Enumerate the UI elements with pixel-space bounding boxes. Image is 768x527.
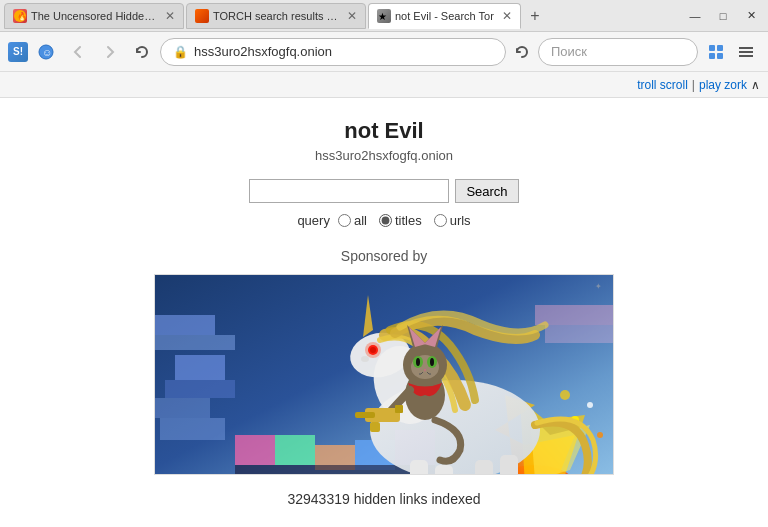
svg-point-34 [597,432,603,438]
address-bar[interactable]: 🔒 hss3uro2hsxfogfq.onion [160,38,506,66]
hamburger-icon [737,43,755,61]
close-button[interactable]: ✕ [738,6,764,26]
tab3-icon: ★ [377,9,391,23]
svg-rect-22 [275,435,315,465]
bookmark-separator: | [692,78,695,92]
back-button[interactable] [64,38,92,66]
svg-rect-21 [235,435,275,465]
svg-point-33 [560,390,570,400]
svg-text:✦: ✦ [595,282,602,291]
search-placeholder: Поиск [551,44,587,59]
minimize-button[interactable]: — [682,6,708,26]
nav-right-icons [702,38,760,66]
radio-urls-label: urls [450,213,471,228]
browser-search-bar[interactable]: Поиск [538,38,698,66]
svg-point-42 [361,356,369,362]
radio-group: all titles urls [338,213,471,228]
radio-urls-input[interactable] [434,214,447,227]
tab-bar: 🔥 The Uncensored Hidden ... ✕ TORCH sear… [4,3,682,29]
bookmarks-bar: troll scroll | play zork ∧ [0,72,768,98]
svg-rect-18 [160,418,225,440]
window-controls: — □ ✕ [682,6,764,26]
search-form: Search [249,179,518,203]
radio-titles[interactable]: titles [379,213,422,228]
svg-rect-63 [355,412,375,418]
search-input[interactable] [249,179,449,203]
indexed-count: 32943319 hidden links indexed [287,491,480,507]
svg-rect-44 [435,465,453,475]
extension-icon [707,43,725,61]
profile-button[interactable]: ☺ [32,38,60,66]
svg-rect-5 [709,45,715,51]
search-options: query all titles urls [297,213,470,228]
sponsor-illustration: ✦ [155,275,614,475]
svg-point-41 [365,342,381,358]
svg-rect-13 [155,315,215,335]
svg-rect-14 [155,335,235,350]
svg-rect-9 [739,47,753,49]
scroll-up-indicator: ∧ [751,78,760,92]
svg-text:★: ★ [378,11,387,22]
back-icon [71,45,85,59]
svg-rect-8 [717,53,723,59]
svg-text:🔥: 🔥 [17,11,27,21]
site-url: hss3uro2hsxfogfq.onion [315,148,453,163]
svg-rect-15 [175,355,225,380]
play-zork-link[interactable]: play zork [699,78,747,92]
reload-button[interactable] [128,38,156,66]
tab-notevil[interactable]: ★ not Evil - Search Tor ✕ [368,3,521,29]
svg-text:☺: ☺ [42,47,52,58]
svg-rect-45 [475,460,493,475]
svg-point-56 [416,358,420,366]
sponsor-image[interactable]: ✦ [154,274,614,475]
radio-urls[interactable]: urls [434,213,471,228]
page-content: not Evil hss3uro2hsxfogfq.onion Search q… [0,98,768,527]
tab3-close[interactable]: ✕ [502,9,512,23]
radio-titles-input[interactable] [379,214,392,227]
svg-rect-43 [410,460,428,475]
tab2-close[interactable]: ✕ [347,9,357,23]
lock-icon: 🔒 [173,45,188,59]
svg-rect-20 [545,325,614,343]
radio-all[interactable]: all [338,213,367,228]
svg-rect-46 [500,455,518,475]
svg-point-57 [430,358,434,366]
refresh-icon [515,45,529,59]
svg-rect-7 [709,53,715,59]
reload-icon [135,45,149,59]
troll-scroll-link[interactable]: troll scroll [637,78,688,92]
tab3-title: not Evil - Search Tor [395,10,494,22]
address-text: hss3uro2hsxfogfq.onion [194,44,332,59]
tab1-title: The Uncensored Hidden ... [31,10,157,22]
tab-uncensored[interactable]: 🔥 The Uncensored Hidden ... ✕ [4,3,184,29]
tab-torch[interactable]: TORCH search results for: ... ✕ [186,3,366,29]
browser-logo: S! [8,42,28,62]
menu-button[interactable] [732,38,760,66]
tab1-icon: 🔥 [13,9,27,23]
svg-rect-10 [739,51,753,53]
svg-rect-17 [155,398,210,418]
svg-rect-62 [395,405,403,413]
forward-icon [103,45,117,59]
forward-button[interactable] [96,38,124,66]
sponsored-label: Sponsored by [341,248,427,264]
extension-button[interactable] [702,38,730,66]
svg-rect-6 [717,45,723,51]
svg-rect-19 [535,305,614,325]
svg-rect-16 [165,380,235,398]
maximize-button[interactable]: □ [710,6,736,26]
tab1-close[interactable]: ✕ [165,9,175,23]
radio-titles-label: titles [395,213,422,228]
site-title: not Evil [344,118,423,144]
svg-rect-11 [739,55,753,57]
radio-all-input[interactable] [338,214,351,227]
query-label: query [297,213,330,228]
titlebar: 🔥 The Uncensored Hidden ... ✕ TORCH sear… [0,0,768,32]
search-button[interactable]: Search [455,179,518,203]
navigation-bar: S! ☺ 🔒 hss3uro2hsxfogfq.onion [0,32,768,72]
svg-point-32 [587,402,593,408]
svg-rect-61 [370,422,380,432]
refresh-button[interactable] [510,40,534,64]
profile-icon: ☺ [38,44,54,60]
new-tab-button[interactable]: + [523,4,547,28]
